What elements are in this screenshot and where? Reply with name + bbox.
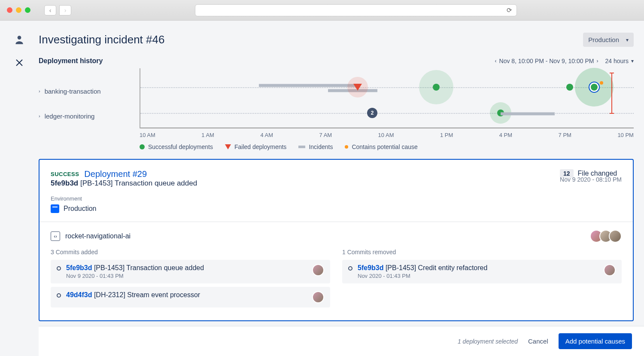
- x-tick: 1 AM: [201, 132, 214, 138]
- browser-chrome: ‹ › ⟳: [0, 0, 644, 21]
- deployment-number-link[interactable]: Deployment #29: [84, 169, 147, 179]
- x-tick: 4 AM: [260, 132, 273, 138]
- track-label-banking[interactable]: › banking-transaction: [39, 79, 140, 103]
- commit-node-icon: [348, 266, 352, 271]
- date-range-text: Nov 8, 10:00 PM - Nov 9, 10:00 PM: [499, 58, 594, 64]
- timeline: › banking-transaction › ledger-monitorin…: [39, 68, 634, 128]
- commit-message: [PB-1453] Transaction queue added: [80, 179, 197, 187]
- contributor-avatars[interactable]: [593, 230, 622, 243]
- timeline-x-axis: 10 AM 1 AM 4 AM 7 AM 10 AM 1 PM 4 PM 7 P…: [140, 132, 634, 138]
- window-maximize-icon[interactable]: [25, 7, 30, 13]
- production-env-icon: [51, 204, 59, 213]
- x-tick: 10 AM: [378, 132, 394, 138]
- commit-message: [DH-2312] Stream event processor: [94, 291, 200, 298]
- section-title: Deployment history: [39, 57, 103, 65]
- sidebar: [0, 21, 39, 356]
- x-tick: 7 AM: [319, 132, 332, 138]
- x-tick: 10 PM: [617, 132, 634, 138]
- track-name: banking-transaction: [45, 88, 101, 95]
- main: Investigating incident #46 Production ▾ …: [39, 21, 644, 356]
- deployment-history-header: Deployment history ‹ Nov 8, 10:00 PM - N…: [39, 57, 634, 65]
- environment-value: Production: [588, 36, 619, 43]
- nav-back-button[interactable]: ‹: [44, 5, 56, 15]
- avatar: [604, 264, 616, 276]
- track-labels: › banking-transaction › ledger-monitorin…: [39, 68, 140, 128]
- url-bar[interactable]: ⟳: [195, 4, 517, 16]
- chevron-down-icon: ▾: [631, 58, 634, 64]
- nav-forward-button[interactable]: ›: [59, 5, 71, 15]
- commit-headline: 5fe9b3d [PB-1453] Transaction queue adde…: [51, 179, 197, 188]
- track-line: [140, 113, 634, 114]
- commit-timestamp: Nov 9 2020 - 01:43 PM: [66, 273, 310, 279]
- environment-value: Production: [64, 205, 97, 213]
- date-prev-icon[interactable]: ‹: [495, 58, 497, 64]
- header-row: Investigating incident #46 Production ▾: [39, 33, 634, 47]
- incident-bar: [259, 84, 358, 87]
- commits-grid: 3 Commits added 5fe9b3d [PB-1453] Transa…: [51, 249, 622, 311]
- deployment-card-header: SUCCESS Deployment #29 5fe9b3d [PB-1453]…: [51, 169, 622, 189]
- environment-heading: Environment: [51, 195, 622, 202]
- commits-added-heading: 3 Commits added: [51, 249, 330, 256]
- svg-point-0: [18, 36, 21, 40]
- selection-bracket: [611, 73, 612, 114]
- commits-removed-heading: 1 Commits removed: [342, 249, 622, 256]
- app-body: Investigating incident #46 Production ▾ …: [0, 21, 644, 356]
- avatar: [609, 230, 622, 243]
- commit-hash-link[interactable]: 49d4f3d: [66, 291, 92, 298]
- track-name: ledger-monitoring: [45, 113, 95, 120]
- baseline: [140, 128, 634, 128]
- legend-success: Successful deployments: [140, 143, 213, 150]
- cancel-button[interactable]: Cancel: [528, 338, 548, 345]
- commit-message: [PB-1453] Credit entity refactored: [386, 264, 487, 271]
- environment-dropdown[interactable]: Production ▾: [583, 33, 634, 47]
- commit-item[interactable]: 49d4f3d [DH-2312] Stream event processor: [51, 287, 330, 307]
- date-range-nav: ‹ Nov 8, 10:00 PM - Nov 9, 10:00 PM ›: [495, 58, 598, 64]
- avatar: [312, 264, 324, 276]
- timeline-chart[interactable]: 2: [140, 68, 634, 128]
- add-potential-causes-button[interactable]: Add potential causes: [559, 333, 632, 349]
- user-icon[interactable]: [14, 34, 25, 47]
- window-minimize-icon[interactable]: [16, 7, 21, 13]
- avatar: [312, 291, 324, 303]
- selection-status: 1 deployment selected: [458, 338, 518, 345]
- separator: [39, 222, 633, 222]
- deployment-timestamp: Nov 9 2020 - 08:10 PM: [560, 176, 622, 183]
- deployment-success-icon[interactable]: [566, 84, 573, 91]
- deployment-cluster-badge[interactable]: 2: [367, 108, 377, 118]
- environment-row: Production: [51, 204, 622, 213]
- commit-hash: 5fe9b3d: [51, 179, 78, 187]
- deployment-success-icon[interactable]: [433, 84, 440, 91]
- code-icon: ‹›: [51, 231, 60, 241]
- status-badge: SUCCESS: [51, 171, 79, 177]
- track-line: [140, 87, 634, 88]
- legend-incidents: Incidents: [298, 143, 333, 150]
- deployment-selected[interactable]: [589, 82, 600, 93]
- incident-bar: [501, 113, 555, 116]
- commit-item[interactable]: 5fe9b3d [PB-1453] Credit entity refactor…: [342, 260, 622, 283]
- window-close-icon[interactable]: [7, 7, 12, 13]
- chevron-down-icon: ▾: [626, 37, 629, 43]
- commit-hash-link[interactable]: 5fe9b3d: [66, 264, 92, 271]
- repo-name[interactable]: rocket-navigational-ai: [65, 232, 131, 240]
- deployment-card: SUCCESS Deployment #29 5fe9b3d [PB-1453]…: [39, 159, 634, 321]
- commit-node-icon: [57, 266, 61, 271]
- track-label-ledger[interactable]: › ledger-monitoring: [39, 103, 140, 128]
- footer-bar: 1 deployment selected Cancel Add potenti…: [39, 326, 644, 356]
- legend-cause: Contains potential cause: [345, 143, 417, 150]
- potential-cause-icon: [600, 81, 603, 85]
- commits-added-col: 3 Commits added 5fe9b3d [PB-1453] Transa…: [51, 249, 330, 311]
- legend: Successful deployments Failed deployment…: [140, 143, 634, 150]
- x-tick: 7 PM: [559, 132, 571, 138]
- chevron-right-icon: ›: [39, 113, 40, 119]
- reload-icon[interactable]: ⟳: [507, 6, 512, 14]
- close-icon[interactable]: [15, 59, 23, 69]
- traffic-lights: [7, 7, 30, 13]
- date-next-icon[interactable]: ›: [597, 58, 598, 64]
- range-preset-dropdown[interactable]: 24 hours ▾: [605, 58, 634, 64]
- date-controls: ‹ Nov 8, 10:00 PM - Nov 9, 10:00 PM › 24…: [495, 58, 634, 64]
- x-tick: 1 PM: [440, 132, 453, 138]
- deployment-failed-icon[interactable]: [353, 84, 362, 91]
- commit-message: [PB-1453] Transaction queue added: [94, 264, 204, 271]
- commit-hash-link[interactable]: 5fe9b3d: [358, 264, 383, 271]
- commit-item[interactable]: 5fe9b3d [PB-1453] Transaction queue adde…: [51, 260, 330, 283]
